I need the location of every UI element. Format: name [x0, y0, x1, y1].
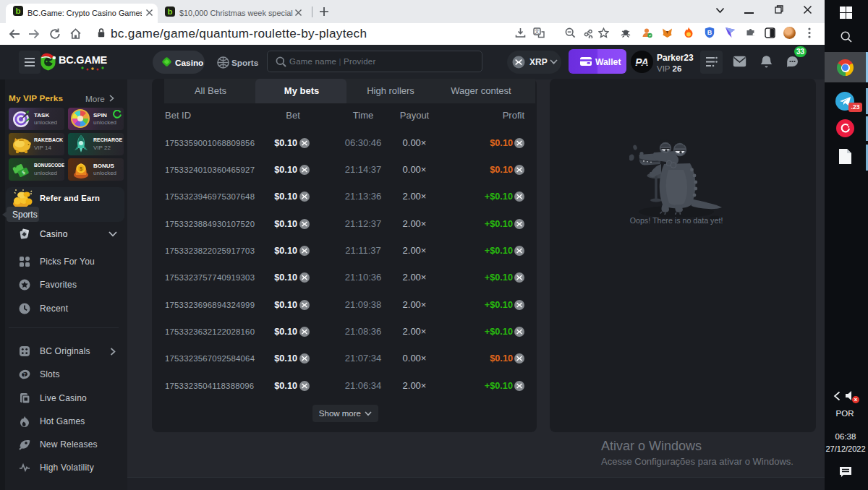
svg-text:7: 7	[23, 372, 26, 377]
svg-text:PA: PA	[635, 56, 648, 68]
svg-text:文: 文	[535, 28, 540, 35]
svg-text:b: b	[15, 7, 20, 15]
svg-text:B: B	[707, 29, 712, 36]
svg-text:b: b	[167, 7, 172, 16]
svg-text:$: $	[80, 166, 82, 172]
